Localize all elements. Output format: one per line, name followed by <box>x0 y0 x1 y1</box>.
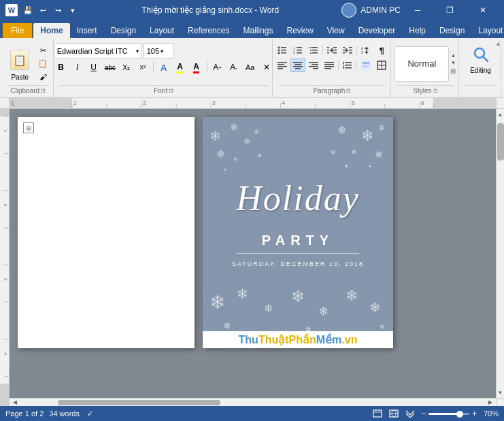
snowflake-tl: ❄ ❄ ❄ ❄ ❄ ❄ ✦ ✦ <box>206 120 267 177</box>
scroll-right-button[interactable]: ▶ <box>485 399 496 407</box>
styles-scroll-down-button[interactable]: ▼ <box>450 60 456 66</box>
font-size-decrease-button[interactable]: A- <box>226 60 241 75</box>
svg-rect-7 <box>297 47 302 48</box>
zoom-out-button[interactable]: − <box>421 409 426 418</box>
divider-line <box>237 253 359 254</box>
change-case-button[interactable]: Aa <box>243 60 258 75</box>
paste-button[interactable]: 📋 Paste <box>5 45 34 82</box>
minimize-button[interactable]: ─ <box>402 0 433 20</box>
font-size-increase-button[interactable]: A+ <box>210 60 225 75</box>
subscript-button[interactable]: X₂ <box>119 60 134 75</box>
scroll-down-button[interactable]: ▼ <box>497 387 505 398</box>
tab-insert[interactable]: Insert <box>70 23 104 38</box>
bold-button[interactable]: B <box>54 60 69 75</box>
multilevel-list-button[interactable] <box>306 44 321 57</box>
svg-rect-38 <box>278 64 284 65</box>
styles-gallery[interactable]: Normal <box>394 46 449 82</box>
view-print-layout-button[interactable] <box>372 409 383 418</box>
text-effects-button[interactable]: A <box>156 60 171 75</box>
document-title: Thiệp mời tiệc giảng sinh.docx - Word <box>141 5 279 15</box>
tab-developer[interactable]: Developer <box>352 23 403 38</box>
view-web-layout-button[interactable] <box>388 409 399 418</box>
svg-marker-18 <box>330 48 333 53</box>
border-button[interactable] <box>374 58 389 72</box>
tab-review[interactable]: Review <box>280 23 320 38</box>
superscript-button[interactable]: X² <box>135 60 150 75</box>
line-spacing-button[interactable] <box>340 58 355 72</box>
close-button[interactable]: ✕ <box>467 0 499 20</box>
scroll-thumb[interactable] <box>497 123 504 161</box>
styles-expand-button[interactable]: ⊞ <box>450 67 456 75</box>
scroll-up-button[interactable]: ▲ <box>497 109 505 120</box>
scroll-left-button[interactable]: ◀ <box>10 399 20 407</box>
undo-button[interactable]: ↩ <box>37 4 49 16</box>
show-paragraph-button[interactable]: ¶ <box>374 44 389 57</box>
increase-indent-button[interactable] <box>340 44 355 57</box>
justify-button[interactable] <box>322 58 337 72</box>
format-painter-button[interactable]: 🖌 <box>35 71 50 83</box>
svg-point-4 <box>278 52 280 54</box>
svg-rect-67 <box>10 98 72 108</box>
clipboard-expand-icon[interactable]: ⊡ <box>41 88 46 94</box>
spell-check-icon[interactable]: ✓ <box>85 409 96 418</box>
horizontal-scrollbar[interactable]: ◀ ▶ <box>10 398 496 406</box>
cut-button[interactable]: ✂ <box>35 45 50 57</box>
zoom-in-button[interactable]: + <box>472 409 477 418</box>
svg-rect-89 <box>0 109 9 116</box>
tab-mailings[interactable]: Mailings <box>236 23 280 38</box>
highlight-color-button[interactable]: A <box>173 60 188 75</box>
customize-quick-access-button[interactable]: ▾ <box>67 4 79 16</box>
tab-home[interactable]: Home <box>33 23 69 38</box>
tab-design[interactable]: Design <box>104 23 143 38</box>
h-scroll-thumb[interactable] <box>58 400 220 405</box>
tab-help[interactable]: Help <box>402 23 433 38</box>
tab-layout2[interactable]: Layout <box>471 23 504 38</box>
svg-text:5: 5 <box>352 101 355 107</box>
svg-rect-68 <box>433 98 496 108</box>
numbering-button[interactable]: 1.2.3. <box>290 44 305 57</box>
zoom-percent-label[interactable]: 70% <box>480 409 499 418</box>
clear-formatting-button[interactable]: ✕ <box>259 60 274 75</box>
zoom-handle[interactable] <box>456 411 463 418</box>
strikethrough-button[interactable]: abc <box>103 60 118 75</box>
styles-scroll-up-button[interactable]: ▲ <box>450 52 456 58</box>
save-button[interactable]: 💾 <box>22 4 34 16</box>
underline-button[interactable]: U <box>86 60 101 75</box>
sort-button[interactable]: AZ <box>358 44 373 57</box>
font-size-select[interactable]: 105 ▾ <box>144 44 174 58</box>
align-left-button[interactable] <box>275 58 290 72</box>
align-center-button[interactable] <box>290 58 305 72</box>
zoom-slider-bar[interactable] <box>429 413 469 415</box>
svg-line-65 <box>483 57 488 62</box>
tab-file[interactable]: File <box>3 23 32 38</box>
font-family-select[interactable]: Edwardian Script ITC ▾ <box>54 44 142 58</box>
copy-button[interactable]: 📋 <box>35 58 50 70</box>
font-label: Font ⊡ <box>59 85 268 96</box>
styles-expand-icon[interactable]: ⊡ <box>433 88 438 94</box>
paragraph-group: 1.2.3. AZ ¶ <box>274 39 391 97</box>
svg-rect-46 <box>312 64 318 65</box>
zoom-fill <box>429 413 457 415</box>
decrease-indent-button[interactable] <box>324 44 339 57</box>
italic-button[interactable]: I <box>70 60 85 75</box>
redo-button[interactable]: ↪ <box>52 4 64 16</box>
move-handle[interactable]: ⊕ <box>23 122 34 133</box>
font-expand-icon[interactable]: ⊡ <box>169 88 173 94</box>
tab-references[interactable]: References <box>181 23 236 38</box>
tab-view[interactable]: View <box>320 23 352 38</box>
font-color-button[interactable]: A <box>189 60 204 75</box>
svg-point-2 <box>278 50 280 52</box>
ribbon-collapse-button[interactable]: ▲ <box>495 38 501 49</box>
restore-button[interactable]: ❐ <box>435 0 466 20</box>
svg-rect-41 <box>293 62 303 63</box>
tab-layout[interactable]: Layout <box>143 23 181 38</box>
svg-rect-3 <box>281 50 286 51</box>
view-read-mode-button[interactable] <box>405 409 416 418</box>
tab-design2[interactable]: Design <box>433 23 471 38</box>
bullets-button[interactable] <box>275 44 290 57</box>
svg-text:❄: ❄ <box>216 148 225 160</box>
vertical-scrollbar[interactable]: ▲ ▼ <box>496 109 504 398</box>
paragraph-expand-icon[interactable]: ⊡ <box>346 88 351 94</box>
align-right-button[interactable] <box>306 58 321 72</box>
shading-button[interactable] <box>358 58 373 72</box>
